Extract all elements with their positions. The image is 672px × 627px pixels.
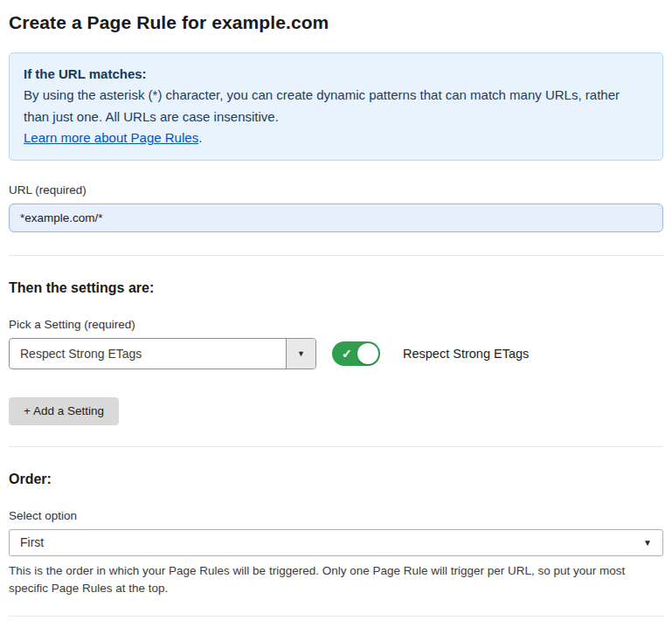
info-box-body: By using the asterisk (*) character, you…	[24, 85, 648, 127]
info-box-link-line: Learn more about Page Rules.	[24, 127, 648, 148]
chevron-down-icon: ▼	[297, 349, 305, 358]
link-suffix-period: .	[198, 130, 202, 145]
add-setting-button[interactable]: + Add a Setting	[9, 397, 119, 425]
order-select-value: First	[20, 535, 44, 549]
learn-more-page-rules-link[interactable]: Learn more about Page Rules	[24, 130, 198, 145]
divider-order-actions	[9, 616, 663, 617]
setting-dropdown-caret-button[interactable]: ▼	[286, 339, 315, 369]
order-help-text: This is the order in which your Page Rul…	[9, 562, 660, 598]
create-page-rule-form: Create a Page Rule for example.com If th…	[0, 0, 672, 627]
info-box-heading: If the URL matches:	[24, 64, 648, 85]
url-input[interactable]	[9, 203, 663, 232]
divider-url-settings	[9, 255, 663, 256]
order-select[interactable]: First ▼	[9, 529, 663, 556]
toggle-knob	[357, 343, 378, 364]
chevron-down-icon: ▼	[643, 538, 652, 548]
respect-strong-etags-toggle[interactable]: ✓	[332, 341, 380, 366]
url-field-label: URL (required)	[9, 183, 663, 196]
pick-setting-label: Pick a Setting (required)	[9, 318, 663, 331]
add-setting-row: + Add a Setting	[9, 397, 663, 425]
divider-settings-order	[9, 446, 663, 447]
respect-strong-etags-label: Respect Strong ETags	[403, 347, 529, 361]
check-icon: ✓	[342, 347, 352, 361]
url-match-info-box: If the URL matches: By using the asteris…	[9, 52, 663, 161]
order-section-heading: Order:	[9, 472, 663, 487]
setting-row: Respect Strong ETags ▼ ✓ Respect Strong …	[9, 338, 663, 369]
page-title: Create a Page Rule for example.com	[9, 12, 663, 33]
settings-section-heading: Then the settings are:	[9, 280, 663, 296]
setting-dropdown-value: Respect Strong ETags	[10, 339, 286, 369]
order-select-label: Select option	[9, 509, 663, 522]
setting-dropdown[interactable]: Respect Strong ETags ▼	[9, 338, 316, 369]
